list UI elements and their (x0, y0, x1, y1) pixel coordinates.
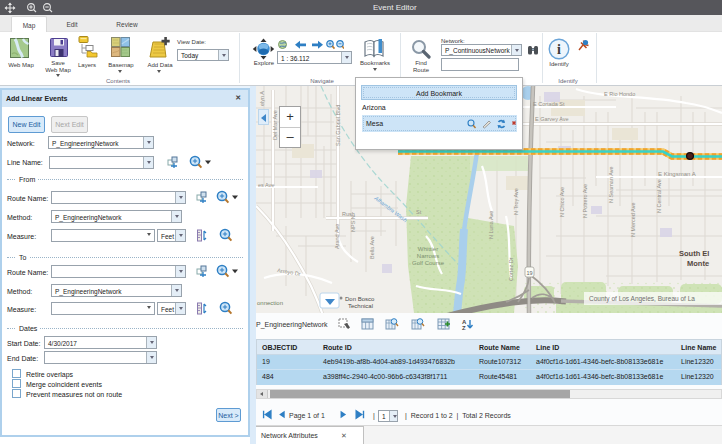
svg-text:N Troy Ave: N Troy Ave (513, 188, 519, 215)
svg-text:Narrows: Narrows (417, 253, 439, 259)
svg-text:N Central Ave: N Central Ave (656, 179, 662, 213)
svg-text:Bella Ave: Bella Ave (369, 236, 375, 259)
svg-text:Arand Ave: Arand Ave (334, 224, 340, 249)
svg-text:South El: South El (679, 249, 709, 258)
svg-text:Cortez Dr: Cortez Dr (508, 257, 514, 281)
svg-text:Rush: Rush (342, 211, 355, 217)
svg-text:N Luna Ave: N Luna Ave (488, 211, 494, 239)
svg-text:i: i (557, 42, 561, 57)
svg-text:Del Mar Ave: Del Mar Ave (272, 110, 278, 140)
svg-text:N Potrero Ave: N Potrero Ave (582, 184, 588, 218)
svg-text:E Kingsman A: E Kingsman A (658, 171, 696, 177)
svg-text:Don Bosco: Don Bosco (345, 296, 375, 302)
svg-text:San Gabriel Blvd: San Gabriel Blvd (335, 105, 341, 146)
svg-text:N Seaman Ave: N Seaman Ave (608, 166, 614, 203)
svg-text:Whittier: Whittier (418, 246, 438, 252)
svg-text:Z: Z (462, 325, 466, 331)
svg-text:E Rio Hondo: E Rio Hondo (604, 91, 635, 97)
svg-text:onnection: onnection (257, 300, 283, 306)
svg-text:elyn A: elyn A (259, 91, 265, 106)
svg-text:Monte: Monte (687, 259, 709, 268)
svg-text:County of Los Angeles, Bureau: County of Los Angeles, Bureau of La (589, 295, 695, 303)
svg-text:N Chico Ave: N Chico Ave (559, 187, 565, 217)
svg-text:E Garvey Ave: E Garvey Ave (535, 116, 569, 122)
svg-text:N Merced Ave: N Merced Ave (630, 203, 636, 237)
svg-text:Technical: Technical (348, 303, 373, 309)
svg-text:Golf Course: Golf Course (412, 260, 445, 266)
svg-text:19: 19 (526, 270, 532, 276)
svg-text:E Cortada St: E Cortada St (533, 101, 565, 107)
svg-text:es Ave: es Ave (258, 182, 274, 188)
svg-text:St: St (416, 209, 422, 215)
svg-text:NPS N: NPS N (350, 215, 356, 232)
